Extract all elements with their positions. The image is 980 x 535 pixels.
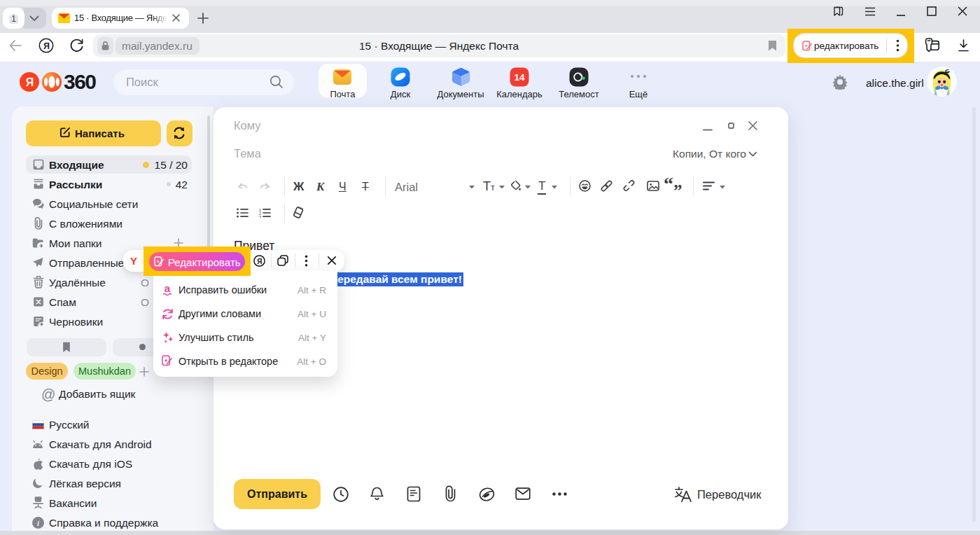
svg-text:Я: Я [26,76,34,88]
svg-text:1: 1 [11,14,16,24]
svg-text:Я: Я [43,41,50,51]
svg-text:a: a [164,283,171,294]
svg-text:14: 14 [514,72,525,83]
svg-text:Я: Я [257,258,262,265]
svg-text:3: 3 [259,215,261,218]
